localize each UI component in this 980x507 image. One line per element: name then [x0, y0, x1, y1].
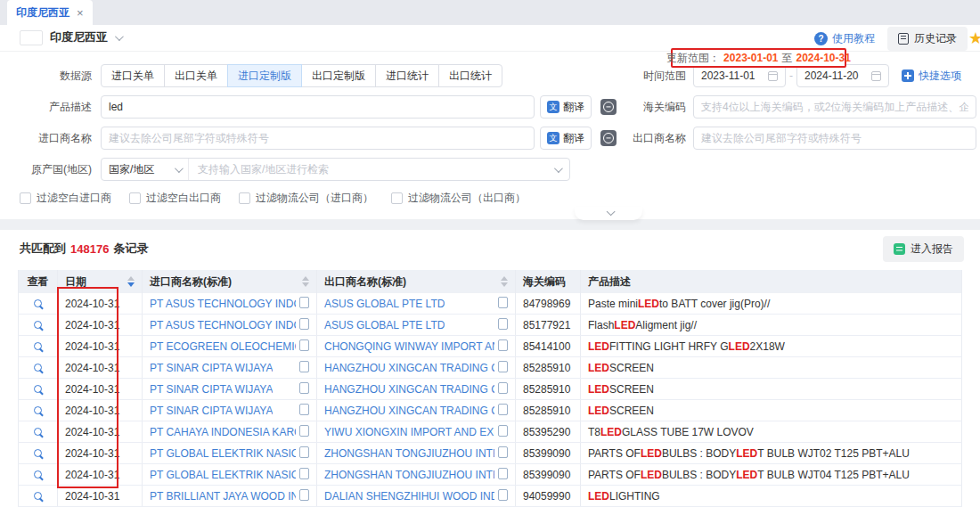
- copy-icon[interactable]: [301, 298, 309, 308]
- checkbox-label: 过滤空白进口商: [37, 191, 111, 206]
- copy-icon[interactable]: [301, 320, 309, 330]
- calendar-icon: [871, 71, 881, 81]
- sort-icon[interactable]: [302, 276, 309, 287]
- copy-icon[interactable]: [500, 384, 508, 394]
- column-header[interactable]: 日期: [58, 270, 143, 293]
- copy-icon[interactable]: [301, 405, 309, 415]
- filter-checkbox[interactable]: 过滤空白出口商: [129, 191, 221, 206]
- exporter-link[interactable]: YIWU XIONGXIN IMPORT AND EXPORT...: [324, 426, 494, 438]
- chevron-down-icon: [554, 164, 563, 173]
- exporter-link[interactable]: HANGZHOU XINGCAN TRADING CO LTD: [324, 362, 494, 374]
- importer-link[interactable]: PT ASUS TECHNOLOGY INDONESIA BA...: [150, 298, 296, 310]
- copy-icon[interactable]: [500, 298, 508, 308]
- checkbox-icon[interactable]: [20, 192, 31, 204]
- view-magnifier-icon[interactable]: [34, 342, 42, 350]
- checkbox-icon[interactable]: [239, 192, 250, 204]
- view-magnifier-icon[interactable]: [34, 470, 42, 478]
- star-icon[interactable]: ★: [968, 29, 980, 48]
- copy-icon[interactable]: [500, 341, 508, 351]
- column-header[interactable]: 出口商名称(标准): [317, 270, 516, 293]
- exporter-input[interactable]: 建议去除公司尾部字符或特殊符号: [693, 127, 976, 150]
- tutorial-label: 使用教程: [832, 31, 875, 46]
- exporter-link[interactable]: DALIAN SHENGZHIHUI WOOD INDUST...: [324, 490, 494, 503]
- product-desc-value: led: [109, 101, 123, 113]
- importer-link[interactable]: PT GLOBAL ELEKTRIK NASIONAL: [150, 469, 296, 481]
- data-source-tab[interactable]: 进口统计: [375, 64, 439, 87]
- view-magnifier-icon[interactable]: [34, 449, 42, 457]
- hs-code-placeholder: 支持4位以上海关编码，或2位海关编码加上产品描述、企业名称的任意信息: [701, 100, 968, 115]
- exporter-link[interactable]: HANGZHOU XINGCAN TRADING CO LTD: [324, 405, 494, 417]
- copy-icon[interactable]: [500, 363, 508, 372]
- filter-checkbox[interactable]: 过滤物流公司（进口商）: [239, 191, 373, 206]
- view-magnifier-icon[interactable]: [34, 406, 42, 414]
- importer-link[interactable]: PT SINAR CIPTA WIJAYA: [150, 405, 273, 417]
- copy-icon[interactable]: [500, 320, 508, 330]
- exporter-link[interactable]: ASUS GLOBAL PTE LTD: [324, 298, 445, 310]
- importer-link[interactable]: PT GLOBAL ELEKTRIK NASIONAL: [150, 447, 296, 460]
- copy-icon[interactable]: [500, 491, 508, 501]
- hs-code-cell: 85285910: [516, 379, 581, 399]
- close-icon[interactable]: ×: [77, 7, 84, 19]
- product-desc-input[interactable]: led: [101, 95, 535, 119]
- importer-link[interactable]: PT CAHAYA INDONESIA KARGO: [150, 426, 296, 438]
- importer-input[interactable]: 建议去除公司尾部字符或特殊符号: [101, 127, 535, 150]
- date-cell: 2024-10-31: [58, 379, 143, 399]
- enter-report-button[interactable]: 进入报告: [883, 236, 964, 262]
- data-source-tab[interactable]: 出口关单: [164, 64, 228, 87]
- checkbox-icon[interactable]: [391, 192, 403, 204]
- exporter-link[interactable]: ZHONGSHAN TONGJIUZHOU INTERNA...: [324, 447, 494, 460]
- date-cell: 2024-10-31: [58, 464, 143, 485]
- sort-icon[interactable]: [501, 276, 508, 287]
- quick-options-link[interactable]: 快捷选项: [902, 69, 961, 84]
- app-window: 印度尼西亚 × 印度尼西亚 ? 使用教程 历史记录 ★ 更新范围： 2023-0…: [0, 0, 980, 507]
- view-magnifier-icon[interactable]: [34, 492, 42, 500]
- country-selector[interactable]: 印度尼西亚: [20, 29, 121, 45]
- importer-link[interactable]: PT ECOGREEN OLEOCHEMICALS: [150, 340, 296, 353]
- filter-checkbox[interactable]: 过滤空白进口商: [20, 191, 111, 206]
- filter-checkbox[interactable]: 过滤物流公司（出口商）: [391, 191, 526, 206]
- copy-icon[interactable]: [301, 470, 309, 479]
- importer-link[interactable]: PT ASUS TECHNOLOGY INDONESIA BA...: [150, 319, 296, 331]
- exporter-link[interactable]: HANGZHOU XINGCAN TRADING CO LTD: [324, 383, 494, 396]
- copy-icon[interactable]: [301, 363, 309, 372]
- importer-link[interactable]: PT SINAR CIPTA WIJAYA: [150, 362, 273, 374]
- hs-code-input[interactable]: 支持4位以上海关编码，或2位海关编码加上产品描述、企业名称的任意信息: [693, 95, 976, 119]
- importer-link[interactable]: PT SINAR CIPTA WIJAYA: [150, 383, 273, 396]
- copy-icon[interactable]: [301, 427, 309, 437]
- collapse-panel-handle[interactable]: [575, 207, 642, 220]
- copy-icon[interactable]: [500, 470, 508, 479]
- view-magnifier-icon[interactable]: [34, 299, 42, 307]
- origin-search-input[interactable]: 支持输入国家/地区进行检索: [189, 162, 569, 177]
- view-magnifier-icon[interactable]: [34, 385, 42, 393]
- table-row: 2024-10-31PT ECOGREEN OLEOCHEMICALSCHONG…: [18, 336, 962, 357]
- column-header[interactable]: 进口商名称(标准): [143, 270, 317, 293]
- data-source-tab[interactable]: 出口定制版: [301, 64, 376, 87]
- history-button[interactable]: 历史记录: [887, 27, 968, 51]
- data-source-tab[interactable]: 进口定制版: [227, 64, 302, 87]
- data-source-tab[interactable]: 进口关单: [101, 64, 165, 87]
- country-tab[interactable]: 印度尼西亚 ×: [7, 0, 93, 25]
- copy-icon[interactable]: [301, 491, 309, 501]
- exporter-link[interactable]: CHONGQING WINWAY IMPORT AND E...: [324, 340, 494, 353]
- view-magnifier-icon[interactable]: [34, 364, 42, 372]
- product-desc-cell: LED LIGHTING: [581, 486, 962, 506]
- copy-icon[interactable]: [500, 448, 508, 458]
- sort-icon[interactable]: [127, 276, 135, 287]
- copy-icon[interactable]: [301, 384, 309, 394]
- copy-icon[interactable]: [500, 427, 508, 437]
- copy-icon[interactable]: [301, 341, 309, 351]
- exporter-link[interactable]: ZHONGSHAN TONGJIUZHOU INTERNA...: [324, 469, 494, 481]
- tutorial-link[interactable]: ? 使用教程: [814, 31, 875, 46]
- copy-icon[interactable]: [500, 405, 508, 415]
- start-date-value: 2023-11-01: [701, 70, 755, 82]
- copy-icon[interactable]: [301, 448, 309, 458]
- data-source-tab[interactable]: 出口统计: [438, 64, 502, 87]
- origin-select[interactable]: 国家/地区: [102, 159, 189, 180]
- translate-icon: 文: [547, 101, 559, 113]
- view-magnifier-icon[interactable]: [34, 321, 42, 329]
- checkbox-icon[interactable]: [129, 192, 141, 204]
- exporter-link[interactable]: ASUS GLOBAL PTE LTD: [324, 319, 445, 331]
- product-desc-cell: LED SCREEN: [581, 400, 962, 421]
- importer-link[interactable]: PT BRILLIANT JAYA WOOD INDUSTRY: [150, 490, 296, 503]
- view-magnifier-icon[interactable]: [34, 428, 42, 436]
